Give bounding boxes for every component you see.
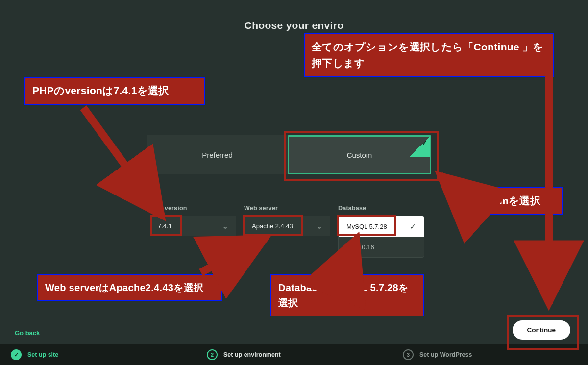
tab-custom-label: Custom — [347, 151, 372, 159]
annotation-webserver: Web serverはApache2.4.43を選択 — [37, 274, 222, 301]
annotation-database: DatabaseはMySQL 5.7.28を選択 — [270, 274, 424, 316]
step-1: ✓ Set up site — [0, 349, 196, 360]
step-3: 3 Set up WordPress — [392, 349, 588, 360]
chevron-down-icon: ⌄ — [316, 221, 322, 231]
select-php-version[interactable]: 7.4.1 ⌄ — [150, 216, 236, 236]
select-php-value: 7.4.1 — [158, 222, 172, 230]
go-back-link[interactable]: Go back — [15, 329, 40, 337]
environment-tabs: Preferred Custom ✓ — [147, 135, 431, 174]
annotation-custom: Customを選択 — [462, 187, 563, 215]
check-icon: ✓ — [422, 139, 427, 146]
database-option-selected[interactable]: MySQL 5.7.28 ✓ — [339, 216, 424, 237]
step-2-label: Set up environment — [223, 351, 281, 358]
database-option-label: MySQL 5.7.28 — [346, 223, 387, 230]
select-web-server[interactable]: Apache 2.4.43 ⌄ — [244, 216, 330, 236]
step-number-icon: 2 — [207, 349, 218, 360]
step-3-label: Set up WordPress — [419, 351, 472, 358]
app-window: Choose your enviro Preferred Custom ✓ PH… — [0, 0, 588, 365]
step-1-label: Set up site — [27, 351, 58, 358]
chevron-down-icon: ⌄ — [222, 221, 228, 231]
step-2: 2 Set up environment — [196, 349, 392, 360]
label-web-server: Web server — [244, 205, 278, 212]
label-php-version: PHP version — [150, 205, 187, 212]
page-title: Choose your enviro — [0, 20, 588, 31]
annotation-php: PHPのversionは7.4.1を選択 — [24, 77, 205, 105]
tab-preferred[interactable]: Preferred — [147, 135, 288, 174]
label-database: Database — [338, 205, 366, 212]
step-number-icon: 3 — [403, 349, 414, 360]
database-option-label: QL 8.0.16 — [346, 243, 374, 251]
progress-steps: ✓ Set up site 2 Set up environment 3 Set… — [0, 344, 588, 365]
select-web-value: Apache 2.4.43 — [252, 222, 293, 230]
tab-custom[interactable]: Custom ✓ — [288, 135, 431, 174]
check-icon: ✓ — [410, 222, 416, 231]
step-done-icon: ✓ — [11, 349, 22, 360]
select-database-dropdown: MySQL 5.7.28 ✓ QL 8.0.16 — [338, 216, 424, 258]
database-option[interactable]: QL 8.0.16 — [339, 237, 424, 257]
continue-button[interactable]: Continue — [513, 320, 571, 340]
annotation-continue: 全てのオプションを選択したら「Continue 」を押下します — [304, 33, 554, 77]
tab-preferred-label: Preferred — [202, 151, 233, 159]
